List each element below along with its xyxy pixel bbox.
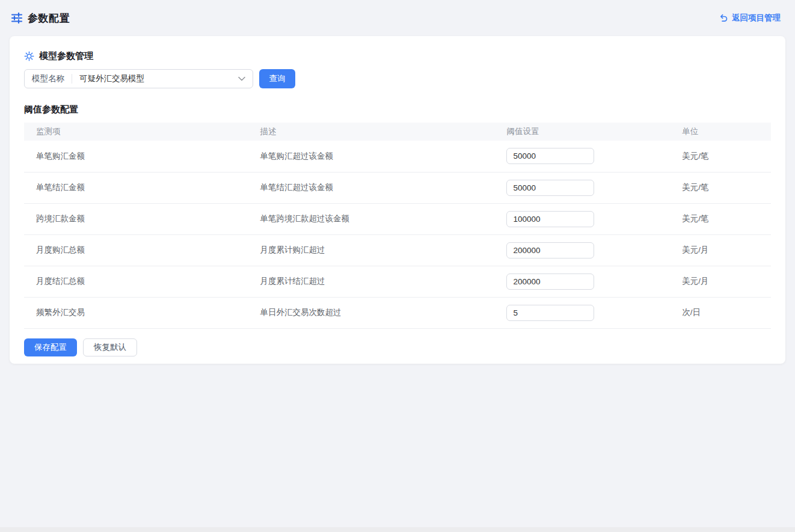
unit-cell: 美元/笔 (670, 172, 771, 203)
description-cell: 单笔结汇超过该金额 (248, 172, 495, 203)
chevron-down-icon (238, 76, 245, 81)
description-cell: 单笔跨境汇款超过该金额 (248, 203, 495, 234)
monitor-item-cell: 单笔结汇金额 (24, 172, 248, 203)
table-row: 跨境汇款金额单笔跨境汇款超过该金额美元/笔 (24, 203, 771, 234)
threshold-input[interactable] (506, 180, 594, 196)
panel-header: 模型参数管理 (24, 50, 771, 62)
threshold-input[interactable] (506, 242, 594, 258)
unit-cell: 美元/笔 (670, 203, 771, 234)
model-name-select[interactable]: 模型名称 可疑外汇交易模型 (24, 69, 253, 88)
model-parameter-panel: 模型参数管理 模型名称 可疑外汇交易模型 查询 阈值参数配置 监测项 描述 阈值… (10, 36, 785, 364)
unit-cell: 美元/笔 (670, 141, 771, 172)
threshold-cell (494, 297, 670, 328)
unit-cell: 美元/月 (670, 266, 771, 297)
page-title: 参数配置 (28, 11, 70, 25)
threshold-cell (494, 172, 670, 203)
topbar: 参数配置 返回项目管理 (0, 0, 795, 36)
column-header-monitor-item: 监测项 (24, 123, 248, 141)
table-row: 月度结汇总额月度累计结汇超过美元/月 (24, 266, 771, 297)
column-header-unit: 单位 (670, 123, 771, 141)
back-link-label: 返回项目管理 (732, 13, 781, 23)
monitor-item-cell: 频繁外汇交易 (24, 297, 248, 328)
threshold-input[interactable] (506, 211, 594, 227)
column-header-threshold: 阈值设置 (494, 123, 670, 141)
threshold-cell (494, 141, 670, 172)
sliders-icon (11, 12, 23, 24)
threshold-cell (494, 266, 670, 297)
undo-icon (719, 14, 728, 23)
column-header-description: 描述 (248, 123, 495, 141)
monitor-item-cell: 跨境汇款金额 (24, 203, 248, 234)
threshold-input[interactable] (506, 148, 594, 164)
back-to-project-link[interactable]: 返回项目管理 (719, 13, 781, 23)
restore-default-button[interactable]: 恢复默认 (83, 338, 137, 356)
threshold-cell (494, 234, 670, 266)
unit-cell: 美元/月 (670, 234, 771, 266)
threshold-input[interactable] (506, 305, 594, 321)
description-cell: 单笔购汇超过该金额 (248, 141, 495, 172)
table-row: 频繁外汇交易单日外汇交易次数超过次/日 (24, 297, 771, 328)
unit-cell: 次/日 (670, 297, 771, 328)
description-cell: 单日外汇交易次数超过 (248, 297, 495, 328)
gear-icon (24, 51, 34, 61)
table-row: 月度购汇总额月度累计购汇超过美元/月 (24, 234, 771, 266)
actions-bar: 保存配置 恢复默认 (24, 338, 771, 356)
bottom-strip (0, 527, 795, 532)
table-row: 单笔购汇金额单笔购汇超过该金额美元/笔 (24, 141, 771, 172)
monitor-item-cell: 月度结汇总额 (24, 266, 248, 297)
topbar-title-group: 参数配置 (11, 11, 70, 25)
description-cell: 月度累计结汇超过 (248, 266, 495, 297)
model-name-selected-value: 可疑外汇交易模型 (72, 73, 238, 84)
description-cell: 月度累计购汇超过 (248, 234, 495, 266)
threshold-cell (494, 203, 670, 234)
panel-title: 模型参数管理 (39, 50, 93, 62)
threshold-section-title: 阈值参数配置 (24, 104, 771, 115)
table-row: 单笔结汇金额单笔结汇超过该金额美元/笔 (24, 172, 771, 203)
threshold-table: 监测项 描述 阈值设置 单位 单笔购汇金额单笔购汇超过该金额美元/笔单笔结汇金额… (24, 123, 771, 329)
query-row: 模型名称 可疑外汇交易模型 查询 (24, 69, 771, 88)
threshold-input[interactable] (506, 274, 594, 290)
threshold-table-body: 单笔购汇金额单笔购汇超过该金额美元/笔单笔结汇金额单笔结汇超过该金额美元/笔跨境… (24, 141, 771, 328)
monitor-item-cell: 月度购汇总额 (24, 234, 248, 266)
model-name-label: 模型名称 (25, 73, 72, 84)
monitor-item-cell: 单笔购汇金额 (24, 141, 248, 172)
save-config-button[interactable]: 保存配置 (24, 338, 77, 356)
table-header-row: 监测项 描述 阈值设置 单位 (24, 123, 771, 141)
query-button[interactable]: 查询 (259, 69, 295, 88)
